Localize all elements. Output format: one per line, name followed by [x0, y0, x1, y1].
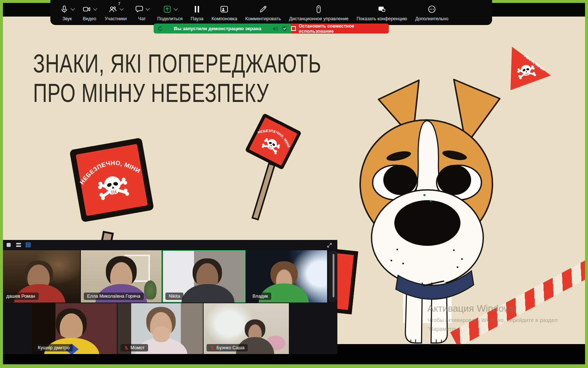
more-ellipsis-icon [427, 5, 436, 14]
video-tile-ella[interactable]: Елла Миколаївна Горяча [81, 250, 162, 302]
plant [144, 280, 157, 300]
chevron-down-icon[interactable] [71, 6, 75, 10]
mine-warning-sign-small [244, 112, 302, 171]
watermark-line2: Чтобы активировать Windows, перейдите в … [427, 317, 557, 323]
microphone-icon [60, 5, 69, 14]
chevron-down-icon[interactable] [173, 6, 178, 10]
annotate-pencil-icon [259, 5, 268, 14]
panel-scrollbar[interactable] [333, 254, 334, 297]
participants-count-badge: 7 [118, 1, 120, 6]
stop-share-label: Остановить совместное использование [299, 24, 389, 34]
muted-mic-icon [124, 346, 129, 350]
participant-name-label: Кушнір дмитро [35, 344, 73, 351]
toolbar-button-audio[interactable]: Звук [60, 0, 74, 25]
toolbar-button-remote-control[interactable]: Дистанционное управление [289, 0, 349, 25]
muted-mic-icon [210, 346, 215, 350]
video-row-2: Кушнір дмитро Момот [32, 303, 289, 354]
slide-title: ЗНАКИ, ЯКІ ПОПЕРЕДЖАЮТЬ ПРО МІННУ НЕБЕЗП… [33, 49, 321, 108]
windows-activation-watermark: Активация Windows Чтобы активировать Win… [427, 303, 557, 332]
video-tile-roman[interactable]: дашев Роман [3, 250, 80, 302]
security-shield-icon[interactable] [282, 26, 287, 32]
chevron-down-icon[interactable] [146, 6, 150, 10]
camera-icon [82, 5, 91, 14]
chevron-down-icon[interactable] [93, 6, 97, 10]
chevron-down-icon[interactable] [120, 6, 124, 10]
stop-square-icon [291, 26, 296, 31]
show-meeting-windows-icon [377, 5, 387, 14]
participant-name-label: Владик [249, 293, 271, 300]
toolbar-button-show-meeting[interactable]: Показать конференцию [356, 0, 407, 25]
share-frame-left [0, 0, 3, 368]
mine-warning-sign-large [68, 136, 156, 224]
remote-control-mouse-icon [314, 5, 323, 14]
speaker-icon[interactable] [272, 26, 279, 32]
video-tile-buenko[interactable]: Буэнко Саша [204, 303, 289, 354]
participant-name-label: Буэнко Саша [207, 344, 248, 351]
expand-panel-icon[interactable] [327, 243, 332, 248]
video-panel-header [3, 240, 337, 250]
watermark-line3: "Параметры". [427, 326, 557, 332]
toolbar-button-more[interactable]: Дополнительно [415, 0, 448, 25]
toolbar-button-chat[interactable]: Чат [135, 0, 149, 25]
toolbar-button-annotate[interactable]: Комментировать [245, 0, 281, 25]
slide-title-line1: ЗНАКИ, ЯКІ ПОПЕРЕДЖАЮТЬ [33, 49, 321, 78]
zoom-meeting-toolbar: Звук Видео 7 Участники Чат [50, 0, 492, 25]
screen-share-status-banner: Вы запустили демонстрацию экрана [154, 24, 291, 33]
stop-share-button[interactable]: Остановить совместное использование [291, 24, 389, 33]
toolbar-button-layout[interactable]: Компоновка [211, 0, 237, 25]
minimize-view-icon[interactable] [7, 243, 11, 247]
toolbar-button-participants[interactable]: 7 Участники [105, 0, 127, 25]
sharing-indicator-icon [157, 26, 163, 31]
toolbar-button-share[interactable]: Поделиться [157, 0, 183, 25]
mine-warning-flag: УВАГА, МІНИ! [509, 45, 554, 93]
pause-icon [193, 5, 201, 14]
share-frame-bottom [0, 364, 588, 368]
participants-icon [108, 5, 118, 14]
zoom-screen-share-desktop: { "toolbar": { "items": [ {"label": "Зву… [0, 0, 588, 368]
video-tile-momot[interactable]: Момот [118, 303, 203, 354]
participant-name-label: Елла Миколаївна Горяча [84, 293, 144, 300]
share-status-message: Вы запустили демонстрацию экрана [166, 26, 269, 31]
sign-pole-small [251, 163, 275, 220]
toolbar-button-video[interactable]: Видео [82, 0, 97, 25]
share-frame-right [585, 0, 588, 368]
video-tile-kushnir[interactable]: Кушнір дмитро [32, 303, 117, 354]
gallery-view-icon[interactable] [26, 243, 31, 247]
participant-name-label: Момот [121, 344, 148, 351]
participant-name-label: дашев Роман [3, 293, 39, 300]
chat-icon [135, 5, 144, 14]
watermark-title: Активация Windows [427, 303, 557, 314]
participants-video-panel: дашев Роман Елла Миколаївна Горяча Nikit… [3, 240, 337, 354]
video-tile-nikita-active-speaker[interactable]: Nikita [162, 250, 245, 302]
speaker-view-icon[interactable] [16, 243, 21, 247]
video-tile-vladik[interactable]: Владик [246, 250, 327, 302]
video-row-1: дашев Роман Елла Миколаївна Горяча Nikit… [3, 250, 327, 302]
toolbar-button-pause[interactable]: Пауза [191, 0, 204, 25]
participant-name-label: Nikita [165, 293, 183, 300]
share-screen-icon [163, 5, 172, 14]
layout-icon [220, 5, 229, 14]
slide-title-line2: ПРО МІННУ НЕБЕЗПЕКУ [33, 78, 321, 108]
